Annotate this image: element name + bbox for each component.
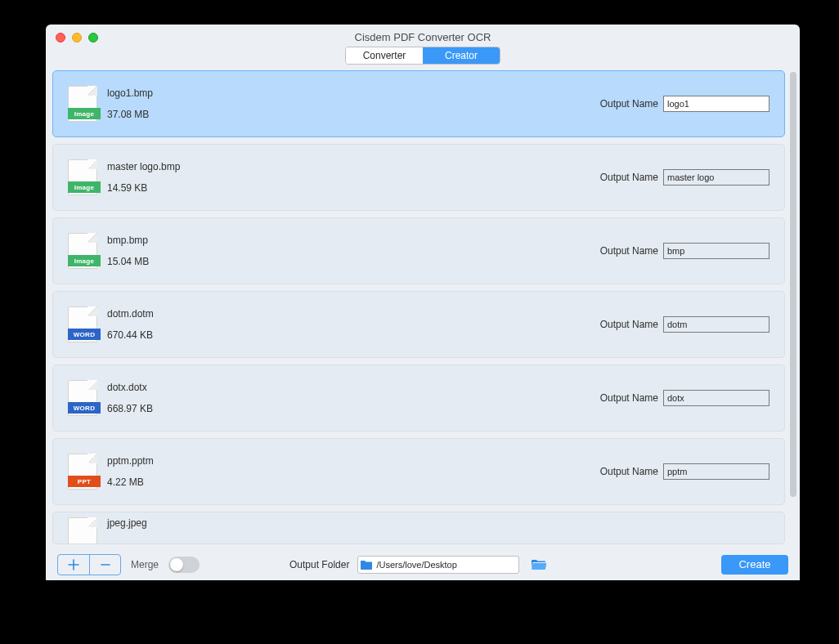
- output-folder-input[interactable]: [375, 560, 518, 570]
- add-remove-group: [57, 554, 121, 575]
- output-name-group: Output Name: [600, 169, 769, 186]
- file-row[interactable]: Imagebmp.bmp15.04 MBOutput Name: [52, 217, 785, 284]
- add-file-button[interactable]: [58, 555, 89, 575]
- mode-segmented-control: Converter Creator: [345, 47, 500, 65]
- output-name-group: Output Name: [600, 243, 769, 259]
- titlebar: Cisdem PDF Converter OCR Converter Creat…: [46, 25, 800, 67]
- file-row[interactable]: PPTpptm.pptm4.22 MBOutput Name: [52, 438, 785, 505]
- file-name: logo1.bmp: [107, 87, 600, 99]
- file-type-badge: WORD: [68, 329, 101, 340]
- file-row[interactable]: Imagemaster logo.bmp14.59 KBOutput Name: [52, 144, 785, 211]
- file-icon: WORD: [68, 306, 97, 342]
- file-icon: Image: [68, 159, 97, 195]
- output-name-input[interactable]: [663, 96, 769, 112]
- output-name-input[interactable]: [663, 243, 769, 259]
- open-folder-icon: [531, 557, 547, 570]
- file-row[interactable]: WORDdotx.dotx668.97 KBOutput Name: [52, 364, 785, 432]
- tab-creator[interactable]: Creator: [423, 47, 500, 64]
- file-name: dotx.dotx: [107, 382, 600, 393]
- output-name-label: Output Name: [600, 466, 658, 477]
- file-meta: pptm.pptm4.22 MB: [107, 455, 600, 488]
- file-row[interactable]: WORDdotm.dotm670.44 KBOutput Name: [52, 291, 785, 358]
- file-name: pptm.pptm: [107, 455, 600, 467]
- app-window: Cisdem PDF Converter OCR Converter Creat…: [46, 25, 800, 580]
- file-type-badge: Image: [68, 108, 101, 119]
- merge-label: Merge: [131, 559, 159, 570]
- plus-icon: [68, 559, 79, 570]
- minimize-window-button[interactable]: [72, 33, 82, 42]
- file-list: Imagelogo1.bmp37.08 MBOutput NameImagema…: [52, 70, 785, 548]
- window-title: Cisdem PDF Converter OCR: [46, 25, 800, 43]
- output-name-group: Output Name: [600, 316, 769, 333]
- file-meta: master logo.bmp14.59 KB: [107, 161, 600, 194]
- file-type-badge: WORD: [68, 402, 101, 414]
- output-folder-field-wrap: [357, 556, 519, 574]
- output-name-group: Output Name: [600, 390, 769, 406]
- output-name-group: Output Name: [600, 96, 769, 112]
- file-size: 14.59 KB: [107, 182, 600, 194]
- output-name-label: Output Name: [600, 172, 658, 183]
- output-name-input[interactable]: [663, 463, 769, 480]
- output-folder-label: Output Folder: [289, 559, 349, 570]
- file-type-badge: Image: [68, 181, 101, 193]
- file-type-badge: Image: [68, 255, 101, 266]
- window-controls: [56, 33, 98, 42]
- file-size: 668.97 KB: [107, 403, 600, 414]
- file-name: jpeg.jpeg: [107, 517, 769, 529]
- file-icon: Image: [68, 233, 97, 269]
- file-meta: logo1.bmp37.08 MB: [107, 87, 600, 120]
- file-row[interactable]: Imagelogo1.bmp37.08 MBOutput Name: [52, 70, 785, 137]
- remove-file-button[interactable]: [89, 555, 120, 575]
- file-name: dotm.dotm: [107, 308, 600, 320]
- content-area: Imagelogo1.bmp37.08 MBOutput NameImagema…: [46, 67, 800, 548]
- file-size: 37.08 MB: [107, 109, 600, 120]
- file-type-badge: PPT: [68, 476, 101, 487]
- close-window-button[interactable]: [56, 33, 65, 42]
- minus-icon: [100, 559, 111, 570]
- file-name: bmp.bmp: [107, 235, 600, 246]
- output-name-label: Output Name: [600, 98, 658, 110]
- file-size: 670.44 KB: [107, 329, 600, 341]
- output-name-group: Output Name: [600, 463, 769, 480]
- merge-toggle[interactable]: [168, 557, 200, 573]
- create-button[interactable]: Create: [721, 555, 788, 575]
- output-name-input[interactable]: [663, 316, 769, 333]
- output-name-input[interactable]: [663, 390, 769, 406]
- file-icon: PPT: [68, 454, 97, 490]
- browse-folder-button[interactable]: [531, 557, 547, 572]
- file-meta: dotx.dotx668.97 KB: [107, 382, 600, 414]
- output-name-label: Output Name: [600, 319, 658, 330]
- file-icon: Image: [68, 86, 97, 122]
- file-row[interactable]: jpeg.jpeg: [52, 512, 785, 544]
- footer-bar: Merge Output Folder Create: [46, 548, 800, 580]
- output-name-input[interactable]: [663, 169, 769, 186]
- tab-converter[interactable]: Converter: [346, 47, 423, 64]
- output-name-label: Output Name: [600, 392, 658, 404]
- scrollbar-thumb[interactable]: [790, 72, 796, 497]
- file-name: master logo.bmp: [107, 161, 600, 172]
- file-meta: jpeg.jpeg: [107, 517, 769, 539]
- file-meta: bmp.bmp15.04 MB: [107, 235, 600, 267]
- file-size: 15.04 MB: [107, 256, 600, 267]
- file-icon: WORD: [68, 380, 97, 416]
- file-meta: dotm.dotm670.44 KB: [107, 308, 600, 341]
- output-name-label: Output Name: [600, 245, 658, 257]
- file-icon: [68, 517, 97, 544]
- file-size: 4.22 MB: [107, 476, 600, 488]
- folder-icon: [358, 557, 375, 573]
- zoom-window-button[interactable]: [88, 33, 98, 42]
